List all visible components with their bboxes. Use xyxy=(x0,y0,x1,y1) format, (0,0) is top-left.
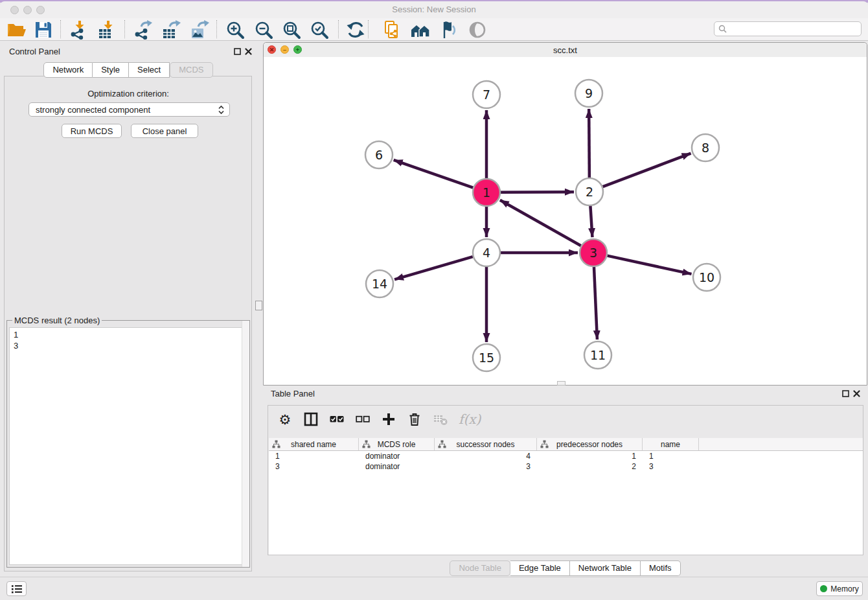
node-table[interactable]: shared nameMCDS rolesuccessor nodesprede… xyxy=(269,438,863,555)
zoom-fit-icon[interactable] xyxy=(280,19,303,40)
delete-table-icon[interactable] xyxy=(433,411,448,427)
panel-splitter-grip[interactable] xyxy=(255,301,262,310)
graph-node-3[interactable]: 3 xyxy=(580,239,607,266)
graph-edge-1-2[interactable] xyxy=(501,192,574,192)
tab-style[interactable]: Style xyxy=(93,62,129,78)
svg-text:7: 7 xyxy=(483,87,490,102)
zoom-in-icon[interactable] xyxy=(224,19,246,40)
graph-node-4[interactable]: 4 xyxy=(473,239,500,266)
graph-node-8[interactable]: 8 xyxy=(692,134,719,161)
graph-node-9[interactable]: 9 xyxy=(575,80,602,107)
table-panel-close-icon[interactable] xyxy=(852,389,861,398)
graph-edge-2-3[interactable] xyxy=(590,206,592,237)
svg-text:3: 3 xyxy=(589,246,597,260)
import-network-icon[interactable] xyxy=(67,19,89,40)
table-cell[interactable]: dominator xyxy=(359,452,435,461)
graph-node-10[interactable]: 10 xyxy=(693,264,720,291)
export-image-icon[interactable] xyxy=(188,19,211,40)
table-cell[interactable]: 1 xyxy=(537,452,643,461)
column-header-shared-name[interactable]: shared name xyxy=(269,438,359,450)
toolbar-separator xyxy=(368,20,369,38)
search-field[interactable] xyxy=(714,21,862,36)
tab-mcds[interactable]: MCDS xyxy=(170,62,212,78)
graph-node-11[interactable]: 11 xyxy=(584,341,611,369)
table-panel-title: Table Panel xyxy=(271,389,315,398)
export-table-icon[interactable] xyxy=(160,19,182,40)
table-cell[interactable]: 3 xyxy=(643,462,699,471)
network-canvas[interactable]: 7968124314101511 xyxy=(264,57,867,385)
run-mcds-button[interactable]: Run MCDS xyxy=(62,124,122,138)
tab-network[interactable]: Network xyxy=(43,62,93,78)
clone-network-icon[interactable] xyxy=(381,19,403,40)
create-column-icon[interactable] xyxy=(381,411,396,427)
graph-edge-4-14[interactable] xyxy=(394,257,473,279)
optimization-criterion-select[interactable]: strongly connected component xyxy=(29,102,230,117)
tab-motifs[interactable]: Motifs xyxy=(641,560,681,576)
birds-eye-view-icon[interactable] xyxy=(466,19,488,40)
show-columns-icon[interactable] xyxy=(303,411,319,427)
control-panel-close-icon[interactable] xyxy=(244,47,253,56)
column-header-name[interactable]: name xyxy=(643,438,699,450)
close-panel-button[interactable]: Close panel xyxy=(131,124,198,138)
graph-edge-2-8[interactable] xyxy=(603,154,691,187)
control-panel-float-icon[interactable] xyxy=(233,47,242,56)
table-cell[interactable]: 3 xyxy=(269,462,359,471)
mcds-result-scrollbar[interactable] xyxy=(242,321,249,567)
table-cell[interactable]: 4 xyxy=(435,452,537,461)
graph-node-7[interactable]: 7 xyxy=(473,81,500,108)
delete-columns-icon[interactable] xyxy=(407,411,422,427)
graph-edge-2-9[interactable] xyxy=(589,109,589,178)
graph-node-2[interactable]: 2 xyxy=(576,178,603,205)
graph-edge-3-10[interactable] xyxy=(607,256,691,274)
graph-node-15[interactable]: 15 xyxy=(473,344,500,371)
apply-layout-icon[interactable] xyxy=(345,19,367,40)
table-panel-float-icon[interactable] xyxy=(841,389,850,398)
mcds-result-line: 3 xyxy=(14,340,247,351)
search-icon xyxy=(718,25,727,33)
tab-node-table[interactable]: Node Table xyxy=(450,560,510,576)
zoom-out-icon[interactable] xyxy=(253,19,275,40)
memory-button-label: Memory xyxy=(830,584,858,594)
function-builder-icon[interactable]: f(x) xyxy=(459,411,481,427)
control-panel-title: Control Panel xyxy=(9,47,60,56)
tab-edge-table[interactable]: Edge Table xyxy=(510,560,570,576)
graphics-details-icon[interactable] xyxy=(438,19,460,40)
export-network-icon[interactable] xyxy=(131,19,154,40)
table-row[interactable]: 1dominator411 xyxy=(269,451,863,461)
column-header-MCDS-role[interactable]: MCDS role xyxy=(359,438,435,450)
tab-network-table[interactable]: Network Table xyxy=(570,560,641,576)
select-all-columns-icon[interactable] xyxy=(329,411,345,427)
table-settings-icon[interactable]: ⚙ xyxy=(277,411,293,427)
table-cell[interactable]: 3 xyxy=(435,462,537,471)
toolbar-separator xyxy=(338,20,339,38)
mcds-result-text[interactable]: 13 xyxy=(9,327,247,565)
graph-node-14[interactable]: 14 xyxy=(366,270,393,297)
table-row[interactable]: 3dominator323 xyxy=(269,461,863,472)
graph-node-6[interactable]: 6 xyxy=(365,141,393,168)
graph-edge-1-6[interactable] xyxy=(394,160,474,188)
table-cell[interactable]: 2 xyxy=(537,462,643,471)
horizontal-splitter-grip[interactable] xyxy=(557,381,565,386)
save-session-icon[interactable] xyxy=(32,19,54,40)
table-cell[interactable]: 1 xyxy=(269,452,359,461)
tab-select[interactable]: Select xyxy=(129,62,170,78)
toolbar-separator xyxy=(60,20,61,38)
import-table-icon[interactable] xyxy=(96,19,118,40)
zoom-selected-icon[interactable] xyxy=(308,19,330,40)
graph-edge-3-1[interactable] xyxy=(500,200,581,246)
search-input[interactable] xyxy=(728,24,861,34)
show-task-history-button[interactable] xyxy=(6,581,27,596)
table-cell[interactable]: 1 xyxy=(643,452,699,461)
graph-node-1[interactable]: 1 xyxy=(473,179,500,206)
column-header-predecessor-nodes[interactable]: predecessor nodes xyxy=(537,438,643,450)
window-title: Session: New Session xyxy=(0,5,868,14)
memory-button[interactable]: Memory xyxy=(816,581,863,596)
column-header-successor-nodes[interactable]: successor nodes xyxy=(435,438,537,450)
graph-edge-3-11[interactable] xyxy=(594,267,597,340)
first-neighbors-icon[interactable] xyxy=(409,19,431,40)
network-view-titlebar[interactable]: ✕ – + scc.txt xyxy=(264,43,867,58)
open-session-icon[interactable] xyxy=(5,19,27,40)
unselect-all-columns-icon[interactable] xyxy=(355,411,371,427)
svg-text:9: 9 xyxy=(585,86,593,100)
table-cell[interactable]: dominator xyxy=(359,462,435,471)
